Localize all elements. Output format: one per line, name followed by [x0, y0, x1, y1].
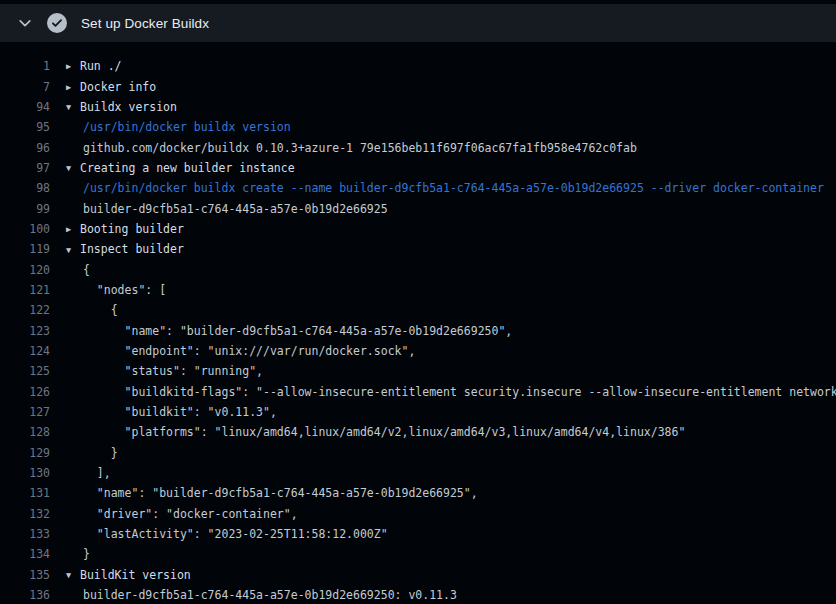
line-number[interactable]: 134: [0, 547, 50, 561]
log-output-line: 128 "platforms": "linux/amd64,linux/amd6…: [0, 422, 836, 442]
line-number[interactable]: 123: [0, 324, 50, 338]
line-number[interactable]: 122: [0, 303, 50, 317]
log-output-line: 96 github.com/docker/buildx 0.10.3+azure…: [0, 137, 836, 157]
log-output-line: 123 "name": "builder-d9cfb5a1-c764-445a-…: [0, 320, 836, 340]
line-number[interactable]: 96: [0, 141, 50, 155]
line-number[interactable]: 126: [0, 385, 50, 399]
group-expanded-arrow-icon: ▼: [66, 245, 80, 255]
line-number[interactable]: 130: [0, 466, 50, 480]
log-group-header: 7 ▶ Docker info: [0, 76, 836, 96]
line-number[interactable]: 133: [0, 527, 50, 541]
group-expanded-arrow-icon: ▼: [66, 570, 80, 580]
log-output-line: 120 {: [0, 259, 836, 279]
log-group-header: 1 ▶ Run ./: [0, 56, 836, 76]
line-number[interactable]: 98: [0, 181, 50, 195]
line-number[interactable]: 100: [0, 222, 50, 236]
line-number[interactable]: 119: [0, 242, 50, 256]
line-number[interactable]: 121: [0, 283, 50, 297]
line-number[interactable]: 127: [0, 405, 50, 419]
line-number[interactable]: 94: [0, 100, 50, 114]
log-output-line: 130 ],: [0, 463, 836, 483]
line-number[interactable]: 129: [0, 446, 50, 460]
log-output-line: 132 "driver": "docker-container",: [0, 504, 836, 524]
chevron-down-icon[interactable]: [17, 15, 33, 31]
check-circle-icon: [47, 13, 67, 33]
line-number[interactable]: 95: [0, 120, 50, 134]
log-output-line: 133 "lastActivity": "2023-02-25T11:58:12…: [0, 524, 836, 544]
log-command-line: 95 /usr/bin/docker buildx version: [0, 117, 836, 137]
line-number[interactable]: 124: [0, 344, 50, 358]
log-group-header: 97 ▼ Creating a new builder instance: [0, 158, 836, 178]
log-output-line: 131 "name": "builder-d9cfb5a1-c764-445a-…: [0, 483, 836, 503]
log-group-header: 100 ▶ Booting builder: [0, 219, 836, 239]
log-output-line: 99 builder-d9cfb5a1-c764-445a-a57e-0b19d…: [0, 198, 836, 218]
log-group-header: 135 ▼ BuildKit version: [0, 565, 836, 585]
log-output-line: 129 }: [0, 443, 836, 463]
line-number[interactable]: 132: [0, 507, 50, 521]
log-output-line: 125 "status": "running",: [0, 361, 836, 381]
group-collapsed-arrow-icon: ▶: [66, 82, 80, 92]
line-number[interactable]: 131: [0, 486, 50, 500]
line-number[interactable]: 7: [0, 80, 50, 94]
group-expanded-arrow-icon: ▼: [66, 163, 80, 173]
log-group-header: 94 ▼ Buildx version: [0, 97, 836, 117]
group-collapsed-arrow-icon: ▶: [66, 61, 80, 71]
line-number[interactable]: 99: [0, 202, 50, 216]
line-number[interactable]: 136: [0, 588, 50, 602]
line-number[interactable]: 128: [0, 425, 50, 439]
log-output: 1 ▶ Run ./ 7 ▶ Docker info 94 ▼ Buildx v…: [0, 56, 836, 604]
line-number[interactable]: 1: [0, 59, 50, 73]
group-collapsed-arrow-icon: ▶: [66, 224, 80, 234]
log-output-line: 122 {: [0, 300, 836, 320]
log-output-line: 126 "buildkitd-flags": "--allow-insecure…: [0, 382, 836, 402]
log-output-line: 136 builder-d9cfb5a1-c764-445a-a57e-0b19…: [0, 585, 836, 604]
step-title: Set up Docker Buildx: [81, 16, 209, 31]
log-output-line: 121 "nodes": [: [0, 280, 836, 300]
line-number[interactable]: 97: [0, 161, 50, 175]
line-number[interactable]: 120: [0, 263, 50, 277]
step-header[interactable]: Set up Docker Buildx: [0, 4, 836, 42]
log-output-line: 127 "buildkit": "v0.11.3",: [0, 402, 836, 422]
log-output-line: 134 }: [0, 544, 836, 564]
log-command-line: 98 /usr/bin/docker buildx create --name …: [0, 178, 836, 198]
line-number[interactable]: 135: [0, 568, 50, 582]
log-group-header: 119 ▼ Inspect builder: [0, 239, 836, 259]
group-expanded-arrow-icon: ▼: [66, 102, 80, 112]
log-output-line: 124 "endpoint": "unix:///var/run/docker.…: [0, 341, 836, 361]
line-number[interactable]: 125: [0, 364, 50, 378]
